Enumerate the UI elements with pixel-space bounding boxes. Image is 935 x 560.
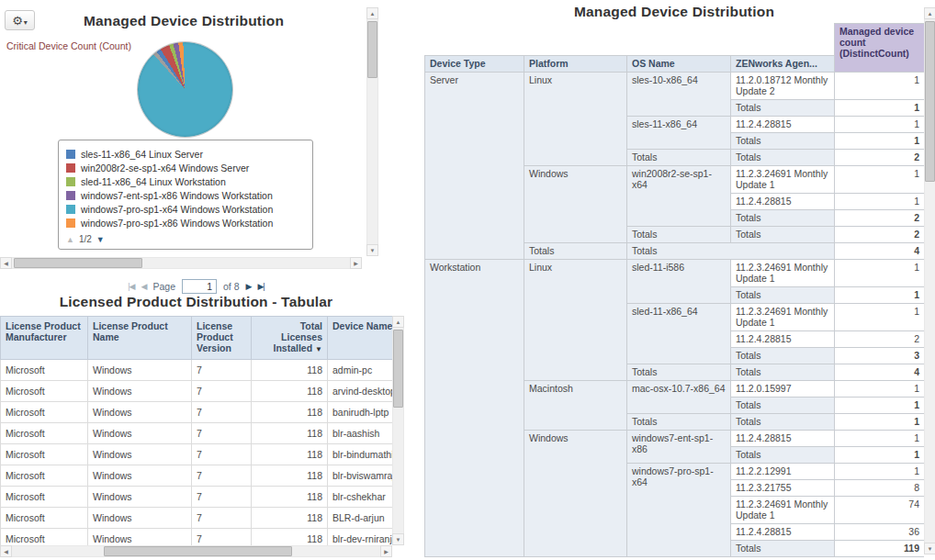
- scrollbar-track[interactable]: [12, 545, 380, 557]
- column-header[interactable]: Total Licenses Installed▼: [252, 317, 328, 360]
- scrollbar-thumb[interactable]: [925, 21, 935, 182]
- crosstab-agent-cell: 11.2.0.18712 Monthly Update 2: [731, 73, 835, 100]
- table-cell: 118: [252, 381, 328, 402]
- crosstab-agent-cell: 11.2.3.24691 Monthly Update 1: [731, 304, 835, 331]
- crosstab-total-count-cell: 4: [835, 364, 925, 381]
- crosstab-panel: Managed Device Distribution Managed devi…: [424, 0, 935, 560]
- scrollbar-track[interactable]: [12, 257, 350, 269]
- table-cell: Microsoft: [1, 402, 88, 423]
- crosstab-total-count-cell: 1: [835, 287, 925, 304]
- scroll-up-icon[interactable]: [392, 316, 404, 328]
- table-cell: 7: [192, 465, 252, 487]
- scroll-up-icon[interactable]: [924, 7, 935, 19]
- table-cell: 7: [192, 508, 252, 529]
- table-cell: admin-pc: [328, 360, 393, 381]
- page-number-input[interactable]: [182, 279, 217, 294]
- crosstab-total-count-cell: 1: [835, 447, 925, 464]
- licensed-table: License Product ManufacturerLicense Prod…: [0, 316, 392, 545]
- scroll-right-icon[interactable]: [350, 257, 362, 269]
- crosstab-group-cell: Linux: [524, 260, 627, 381]
- crosstab-group-cell: Linux: [524, 73, 627, 166]
- table-cell: Windows: [88, 423, 192, 444]
- crosstab-vertical-scrollbar[interactable]: [924, 7, 935, 554]
- column-header[interactable]: License Product Version: [192, 317, 252, 360]
- crosstab-totals-cell: Totals: [731, 227, 835, 243]
- crosstab-totals-cell: Totals: [731, 133, 835, 150]
- crosstab-count-cell: 8: [835, 480, 925, 497]
- column-header-os-name[interactable]: OS Name: [627, 56, 731, 73]
- crosstab-count-cell: 1: [835, 431, 925, 447]
- crosstab-viewport: Managed device count (DistinctCount) Dev…: [424, 23, 924, 560]
- scroll-down-icon[interactable]: [392, 533, 404, 545]
- scroll-right-icon[interactable]: [380, 545, 392, 557]
- table-cell: 7: [192, 381, 252, 402]
- column-header[interactable]: License Product Manufacturer: [1, 317, 88, 360]
- column-header-platform[interactable]: Platform: [524, 56, 627, 73]
- legend-swatch: [66, 177, 75, 186]
- crosstab-count-cell: 1: [835, 194, 925, 210]
- scrollbar-track[interactable]: [366, 19, 378, 244]
- column-header-label: License Product Version: [197, 320, 233, 353]
- legend-swatch: [66, 205, 75, 214]
- scrollbar-thumb[interactable]: [104, 546, 292, 556]
- scrollbar-track[interactable]: [924, 19, 935, 543]
- table-cell: blr-aashish: [328, 423, 393, 444]
- legend-item-label: win2008r2-se-sp1-x64 Windows Server: [81, 162, 249, 174]
- column-header-label: License Product Manufacturer: [6, 320, 81, 342]
- table-row: MicrosoftWindows7118blr-cshekhar: [1, 487, 393, 508]
- crosstab-totals-cell: Totals: [524, 243, 627, 260]
- column-header[interactable]: License Product Name: [88, 317, 192, 360]
- table-cell: arvind-desktop: [328, 381, 393, 402]
- pie-chart[interactable]: [138, 42, 232, 137]
- licensed-vertical-scrollbar[interactable]: [392, 316, 404, 545]
- scroll-down-icon[interactable]: [924, 543, 935, 554]
- legend-item-label: sles-11-x86_64 Linux Server: [81, 149, 203, 160]
- column-header-device-type[interactable]: Device Type: [425, 56, 524, 73]
- scrollbar-thumb[interactable]: [393, 330, 403, 408]
- pie-panel-horizontal-scrollbar[interactable]: [0, 257, 362, 269]
- legend-item: windows7-pro-sp1-x64 Windows Workstation: [66, 202, 305, 216]
- table-cell: Microsoft: [1, 381, 88, 402]
- legend-item: windows7-ent-sp1-x86 Windows Workstation: [66, 188, 305, 202]
- scrollbar-thumb[interactable]: [367, 21, 377, 78]
- scroll-left-icon[interactable]: [0, 257, 12, 269]
- scroll-left-icon[interactable]: [0, 545, 12, 557]
- licensed-horizontal-scrollbar[interactable]: [0, 545, 392, 557]
- crosstab-agent-cell: 11.2.3.24691 Monthly Update 1: [731, 260, 835, 287]
- crosstab-group-cell: sles-11-x86_64: [627, 117, 731, 150]
- legend-item-label: sled-11-x86_64 Linux Workstation: [81, 176, 226, 187]
- sort-desc-icon: ▼: [315, 345, 322, 353]
- scrollbar-track[interactable]: [392, 328, 404, 533]
- pager-page-label: Page: [152, 281, 175, 292]
- column-header-managed-device-count[interactable]: Managed device count (DistinctCount): [835, 24, 925, 73]
- crosstab-group-cell: sled-11-i586: [627, 260, 731, 304]
- crosstab-total-count-cell: 1: [835, 133, 925, 150]
- pager-prev-icon[interactable]: [141, 283, 147, 291]
- table-cell: 7: [192, 444, 252, 465]
- crosstab-totals-cell: Totals: [731, 414, 835, 431]
- table-cell: blr-cshekhar: [328, 487, 393, 508]
- crosstab-total-count-cell: 2: [835, 210, 925, 227]
- table-row: MicrosoftWindows7118BLR-d-arjun: [1, 508, 393, 529]
- pager-last-icon[interactable]: [257, 283, 264, 291]
- column-header[interactable]: Device Name: [328, 317, 393, 360]
- column-header-zenworks-agent[interactable]: ZENworks Agen...: [731, 56, 835, 73]
- crosstab-row: ServerLinuxsles-10-x86_6411.2.0.18712 Mo…: [425, 73, 925, 100]
- pie-panel-title: Managed Device Distribution: [0, 13, 367, 29]
- pie-panel-vertical-scrollbar[interactable]: [366, 7, 378, 256]
- scroll-up-icon[interactable]: [366, 7, 378, 19]
- pager-of-label: of 8: [223, 281, 240, 292]
- scrollbar-thumb[interactable]: [14, 258, 142, 268]
- legend-page-up-icon[interactable]: [66, 234, 74, 244]
- pager-first-icon[interactable]: [128, 283, 134, 291]
- legend-page-down-icon[interactable]: [96, 234, 105, 244]
- scroll-down-icon[interactable]: [366, 244, 378, 256]
- legend-item: win2008r2-se-sp1-x64 Windows Server: [66, 161, 305, 174]
- crosstab-group-cell: sled-11-x86_64: [627, 304, 731, 364]
- legend-item-label: windows7-pro-sp1-x64 Windows Workstation: [81, 204, 273, 215]
- crosstab-group-cell: mac-osx-10.7-x86_64: [627, 381, 731, 414]
- pager-next-icon[interactable]: [246, 283, 252, 291]
- crosstab-total-count-cell: 119: [835, 541, 925, 557]
- table-cell: Windows: [88, 444, 192, 465]
- crosstab-panel-title: Managed Device Distribution: [424, 4, 924, 20]
